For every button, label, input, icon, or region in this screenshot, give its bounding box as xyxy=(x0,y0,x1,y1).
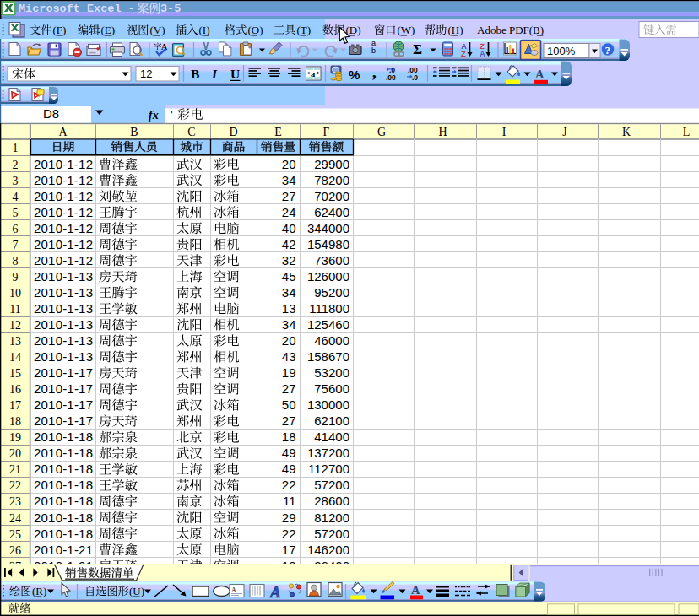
svg-text:50: 50 xyxy=(282,397,296,412)
svg-text:27: 27 xyxy=(282,381,296,396)
svg-text:(W): (W) xyxy=(398,24,415,36)
svg-text:b: b xyxy=(371,46,376,55)
svg-text:75600: 75600 xyxy=(314,381,350,396)
svg-text:100%: 100% xyxy=(547,45,576,57)
svg-text:%: % xyxy=(349,68,360,82)
svg-text:2010-1-18: 2010-1-18 xyxy=(34,511,93,525)
svg-text:146200: 146200 xyxy=(307,543,350,557)
svg-text:32: 32 xyxy=(282,253,296,267)
svg-text:158670: 158670 xyxy=(307,349,350,364)
svg-text:E: E xyxy=(274,126,282,138)
svg-text:111800: 111800 xyxy=(309,301,350,316)
svg-text:34: 34 xyxy=(282,285,296,300)
svg-text:23: 23 xyxy=(9,495,21,508)
svg-text:7: 7 xyxy=(13,239,19,251)
svg-text:A: A xyxy=(535,68,545,81)
svg-text:2010-1-13: 2010-1-13 xyxy=(34,285,93,300)
svg-text:a: a xyxy=(311,69,316,78)
svg-text:2010-1-18: 2010-1-18 xyxy=(34,527,93,541)
svg-text:B: B xyxy=(191,67,199,81)
svg-text:18: 18 xyxy=(282,430,296,444)
svg-text:2010-1-21: 2010-1-21 xyxy=(34,543,93,557)
svg-text:22: 22 xyxy=(282,527,296,541)
svg-text:12: 12 xyxy=(140,68,152,80)
svg-text:(F): (F) xyxy=(53,24,67,36)
svg-text:21: 21 xyxy=(9,463,21,476)
svg-text:A: A xyxy=(58,126,68,138)
svg-text:17: 17 xyxy=(9,399,21,412)
svg-text:16: 16 xyxy=(9,383,21,396)
svg-text:20: 20 xyxy=(282,157,296,171)
svg-text:24: 24 xyxy=(282,205,296,219)
svg-text:137200: 137200 xyxy=(307,446,350,460)
svg-text:,: , xyxy=(372,63,377,81)
svg-text:Microsoft Excel -: Microsoft Excel - xyxy=(19,3,135,15)
svg-text:(I): (I) xyxy=(199,24,210,36)
svg-text:95200: 95200 xyxy=(314,285,350,300)
svg-text:53200: 53200 xyxy=(314,365,350,380)
svg-text:49: 49 xyxy=(282,462,296,476)
svg-text:14: 14 xyxy=(9,351,21,364)
svg-text:125460: 125460 xyxy=(307,317,350,332)
svg-text:6: 6 xyxy=(13,223,19,235)
svg-text:G: G xyxy=(377,126,386,138)
svg-text:U: U xyxy=(230,67,240,81)
svg-text:L: L xyxy=(683,126,691,138)
svg-text:2: 2 xyxy=(13,159,19,171)
svg-text:D8: D8 xyxy=(43,106,59,121)
svg-text:20: 20 xyxy=(9,447,21,460)
svg-text:154980: 154980 xyxy=(307,237,350,251)
svg-text:11: 11 xyxy=(283,494,296,508)
svg-text:2010-1-12: 2010-1-12 xyxy=(34,237,93,251)
svg-text:78200: 78200 xyxy=(314,173,350,187)
svg-text:(U): (U) xyxy=(129,585,144,597)
svg-text:40: 40 xyxy=(282,221,296,235)
svg-text:F: F xyxy=(323,126,330,138)
svg-text:2010-1-12: 2010-1-12 xyxy=(34,189,93,203)
svg-text:.00: .00 xyxy=(386,73,396,82)
svg-text:26: 26 xyxy=(9,544,21,557)
svg-text:8: 8 xyxy=(13,255,19,267)
svg-text:22: 22 xyxy=(9,479,21,492)
svg-text:81200: 81200 xyxy=(314,511,350,525)
svg-text:J: J xyxy=(562,126,567,138)
svg-text:A: A xyxy=(269,583,281,601)
svg-text:46000: 46000 xyxy=(314,333,350,348)
svg-text:(H): (H) xyxy=(448,24,463,36)
svg-text:Z: Z xyxy=(461,49,466,58)
svg-text:49: 49 xyxy=(282,446,296,460)
svg-text:2010-1-18: 2010-1-18 xyxy=(34,478,93,492)
svg-text:12: 12 xyxy=(9,319,21,332)
svg-text:5: 5 xyxy=(13,207,19,219)
svg-text:126000: 126000 xyxy=(307,269,350,284)
svg-text:2010-1-18: 2010-1-18 xyxy=(34,446,93,460)
svg-text:10: 10 xyxy=(9,287,21,300)
svg-text:344000: 344000 xyxy=(307,221,350,235)
svg-text:112700: 112700 xyxy=(308,462,350,476)
svg-text:2010-1-12: 2010-1-12 xyxy=(34,221,93,235)
svg-text:A: A xyxy=(231,586,236,594)
svg-text:25: 25 xyxy=(9,528,21,541)
svg-text:(O): (O) xyxy=(248,24,263,36)
svg-text:9: 9 xyxy=(13,271,19,284)
svg-text:70200: 70200 xyxy=(314,189,350,203)
svg-text:2010-1-12: 2010-1-12 xyxy=(34,205,93,219)
svg-text:43: 43 xyxy=(282,349,296,364)
svg-text:2010-1-18: 2010-1-18 xyxy=(34,430,93,444)
svg-text:(R): (R) xyxy=(32,585,46,597)
svg-text:Σ: Σ xyxy=(413,41,422,57)
svg-text:I: I xyxy=(211,67,218,81)
svg-text:57200: 57200 xyxy=(314,478,350,492)
svg-text:62400: 62400 xyxy=(314,205,350,219)
svg-text:3-5: 3-5 xyxy=(160,3,181,15)
svg-text:3: 3 xyxy=(13,175,19,187)
svg-text:B: B xyxy=(130,126,138,138)
svg-text:?: ? xyxy=(605,44,611,57)
svg-text:I: I xyxy=(502,126,507,138)
svg-text:2010-1-17: 2010-1-17 xyxy=(34,381,93,396)
svg-text:fx: fx xyxy=(149,109,159,122)
svg-text:2010-1-17: 2010-1-17 xyxy=(34,413,93,428)
svg-text:2010-1-12: 2010-1-12 xyxy=(34,253,93,267)
svg-text:19: 19 xyxy=(282,365,296,380)
svg-text:2010-1-12: 2010-1-12 xyxy=(34,157,93,171)
